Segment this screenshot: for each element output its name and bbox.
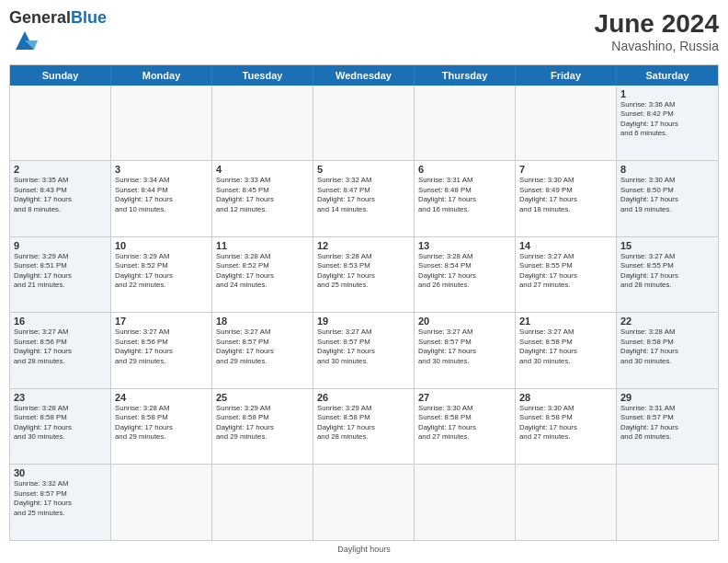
cell-info: Sunrise: 3:33 AM Sunset: 8:45 PM Dayligh…	[216, 176, 309, 214]
header-day-tuesday: Tuesday	[212, 65, 313, 86]
cal-cell-r1c4: 6Sunrise: 3:31 AM Sunset: 8:48 PM Daylig…	[415, 161, 516, 236]
cal-cell-r3c3: 19Sunrise: 3:27 AM Sunset: 8:57 PM Dayli…	[313, 313, 415, 388]
day-number: 7	[519, 164, 612, 175]
cal-cell-r1c6: 8Sunrise: 3:30 AM Sunset: 8:50 PM Daylig…	[617, 161, 718, 236]
cal-cell-r4c4: 27Sunrise: 3:30 AM Sunset: 8:58 PM Dayli…	[415, 389, 516, 465]
location-title: Navashino, Russia	[595, 39, 719, 53]
cal-cell-r0c5	[516, 86, 617, 161]
cell-info: Sunrise: 3:27 AM Sunset: 8:56 PM Dayligh…	[115, 327, 208, 366]
cal-cell-r3c1: 17Sunrise: 3:27 AM Sunset: 8:56 PM Dayli…	[111, 313, 212, 388]
day-number: 19	[317, 316, 410, 327]
cell-info: Sunrise: 3:35 AM Sunset: 8:43 PM Dayligh…	[14, 176, 107, 214]
cal-cell-r5c0: 30Sunrise: 3:32 AM Sunset: 8:57 PM Dayli…	[10, 465, 111, 540]
cell-info: Sunrise: 3:28 AM Sunset: 8:52 PM Dayligh…	[216, 252, 309, 291]
cell-info: Sunrise: 3:30 AM Sunset: 8:58 PM Dayligh…	[519, 404, 612, 442]
day-number: 29	[620, 392, 714, 403]
cal-cell-r0c6: 1Sunrise: 3:36 AM Sunset: 8:42 PM Daylig…	[617, 86, 718, 161]
day-number: 17	[115, 316, 208, 327]
cal-cell-r0c1	[111, 86, 212, 161]
header-day-monday: Monday	[111, 65, 212, 86]
day-number: 25	[216, 392, 309, 403]
cell-info: Sunrise: 3:28 AM Sunset: 8:53 PM Dayligh…	[317, 252, 410, 291]
cell-info: Sunrise: 3:36 AM Sunset: 8:42 PM Dayligh…	[620, 100, 714, 139]
cell-info: Sunrise: 3:28 AM Sunset: 8:54 PM Dayligh…	[418, 252, 511, 291]
cal-cell-r4c3: 26Sunrise: 3:29 AM Sunset: 8:58 PM Dayli…	[313, 389, 415, 465]
calendar-row-5: 30Sunrise: 3:32 AM Sunset: 8:57 PM Dayli…	[10, 465, 718, 540]
day-number: 1	[620, 88, 714, 99]
calendar-row-2: 9Sunrise: 3:29 AM Sunset: 8:51 PM Daylig…	[10, 237, 718, 314]
logo-icon	[12, 28, 38, 53]
logo-text: GeneralBlue	[9, 9, 107, 57]
calendar-row-1: 2Sunrise: 3:35 AM Sunset: 8:43 PM Daylig…	[10, 161, 718, 237]
cell-info: Sunrise: 3:30 AM Sunset: 8:58 PM Dayligh…	[418, 404, 511, 442]
cell-info: Sunrise: 3:32 AM Sunset: 8:47 PM Dayligh…	[317, 176, 410, 214]
cell-info: Sunrise: 3:29 AM Sunset: 8:52 PM Dayligh…	[115, 252, 208, 291]
header-day-friday: Friday	[516, 65, 617, 86]
day-number: 24	[115, 392, 208, 403]
cal-cell-r1c1: 3Sunrise: 3:34 AM Sunset: 8:44 PM Daylig…	[111, 161, 212, 236]
cal-cell-r0c2	[212, 86, 313, 161]
cal-cell-r5c1	[111, 465, 212, 540]
day-number: 30	[14, 467, 107, 478]
cal-cell-r2c4: 13Sunrise: 3:28 AM Sunset: 8:54 PM Dayli…	[415, 237, 516, 313]
cell-info: Sunrise: 3:28 AM Sunset: 8:58 PM Dayligh…	[14, 404, 107, 442]
day-number: 6	[418, 164, 511, 175]
header: GeneralBlue June 2024 Navashino, Russia	[9, 9, 719, 57]
cal-cell-r3c2: 18Sunrise: 3:27 AM Sunset: 8:57 PM Dayli…	[212, 313, 313, 388]
calendar-header: SundayMondayTuesdayWednesdayThursdayFrid…	[10, 65, 718, 86]
cell-info: Sunrise: 3:27 AM Sunset: 8:58 PM Dayligh…	[519, 327, 612, 366]
page: GeneralBlue June 2024 Navashino, Russia …	[0, 0, 728, 563]
calendar: SundayMondayTuesdayWednesdayThursdayFrid…	[9, 64, 719, 541]
month-title: June 2024	[595, 9, 719, 39]
cal-cell-r3c5: 21Sunrise: 3:27 AM Sunset: 8:58 PM Dayli…	[516, 313, 617, 388]
cell-info: Sunrise: 3:27 AM Sunset: 8:57 PM Dayligh…	[216, 327, 309, 366]
cal-cell-r3c4: 20Sunrise: 3:27 AM Sunset: 8:57 PM Dayli…	[415, 313, 516, 388]
cal-cell-r4c6: 29Sunrise: 3:31 AM Sunset: 8:57 PM Dayli…	[617, 389, 718, 465]
day-number: 16	[14, 316, 107, 327]
header-day-thursday: Thursday	[415, 65, 516, 86]
cal-cell-r5c5	[516, 465, 617, 540]
cal-cell-r5c2	[212, 465, 313, 540]
cal-cell-r1c5: 7Sunrise: 3:30 AM Sunset: 8:49 PM Daylig…	[516, 161, 617, 236]
day-number: 28	[519, 392, 612, 403]
cell-info: Sunrise: 3:34 AM Sunset: 8:44 PM Dayligh…	[115, 176, 208, 214]
header-day-saturday: Saturday	[617, 65, 718, 86]
cal-cell-r5c6	[617, 465, 718, 540]
cell-info: Sunrise: 3:28 AM Sunset: 8:58 PM Dayligh…	[115, 404, 208, 442]
cal-cell-r1c3: 5Sunrise: 3:32 AM Sunset: 8:47 PM Daylig…	[313, 161, 415, 236]
cal-cell-r5c3	[313, 465, 415, 540]
cell-info: Sunrise: 3:30 AM Sunset: 8:49 PM Dayligh…	[519, 176, 612, 214]
cal-cell-r2c3: 12Sunrise: 3:28 AM Sunset: 8:53 PM Dayli…	[313, 237, 415, 313]
title-block: June 2024 Navashino, Russia	[595, 9, 719, 53]
cell-info: Sunrise: 3:27 AM Sunset: 8:57 PM Dayligh…	[418, 327, 511, 366]
cal-cell-r2c0: 9Sunrise: 3:29 AM Sunset: 8:51 PM Daylig…	[10, 237, 111, 313]
day-number: 5	[317, 164, 410, 175]
cell-info: Sunrise: 3:28 AM Sunset: 8:58 PM Dayligh…	[620, 327, 714, 366]
header-day-sunday: Sunday	[10, 65, 111, 86]
day-number: 4	[216, 164, 309, 175]
cal-cell-r1c2: 4Sunrise: 3:33 AM Sunset: 8:45 PM Daylig…	[212, 161, 313, 236]
day-number: 18	[216, 316, 309, 327]
day-number: 15	[620, 240, 714, 251]
cell-info: Sunrise: 3:27 AM Sunset: 8:55 PM Dayligh…	[519, 252, 612, 291]
calendar-row-3: 16Sunrise: 3:27 AM Sunset: 8:56 PM Dayli…	[10, 313, 718, 389]
day-number: 11	[216, 240, 309, 251]
day-number: 13	[418, 240, 511, 251]
cell-info: Sunrise: 3:27 AM Sunset: 8:56 PM Dayligh…	[14, 327, 107, 366]
cal-cell-r2c2: 11Sunrise: 3:28 AM Sunset: 8:52 PM Dayli…	[212, 237, 313, 313]
calendar-row-4: 23Sunrise: 3:28 AM Sunset: 8:58 PM Dayli…	[10, 389, 718, 465]
cal-cell-r3c6: 22Sunrise: 3:28 AM Sunset: 8:58 PM Dayli…	[617, 313, 718, 388]
day-number: 14	[519, 240, 612, 251]
cal-cell-r5c4	[415, 465, 516, 540]
cal-cell-r4c0: 23Sunrise: 3:28 AM Sunset: 8:58 PM Dayli…	[10, 389, 111, 465]
header-day-wednesday: Wednesday	[313, 65, 415, 86]
logo-general: General	[9, 8, 71, 27]
day-number: 2	[14, 164, 107, 175]
footer-note: Daylight hours	[9, 545, 719, 554]
cal-cell-r0c0	[10, 86, 111, 161]
cell-info: Sunrise: 3:32 AM Sunset: 8:57 PM Dayligh…	[14, 479, 107, 518]
cell-info: Sunrise: 3:27 AM Sunset: 8:57 PM Dayligh…	[317, 327, 410, 366]
day-number: 3	[115, 164, 208, 175]
cell-info: Sunrise: 3:29 AM Sunset: 8:51 PM Dayligh…	[14, 252, 107, 291]
cal-cell-r4c2: 25Sunrise: 3:29 AM Sunset: 8:58 PM Dayli…	[212, 389, 313, 465]
